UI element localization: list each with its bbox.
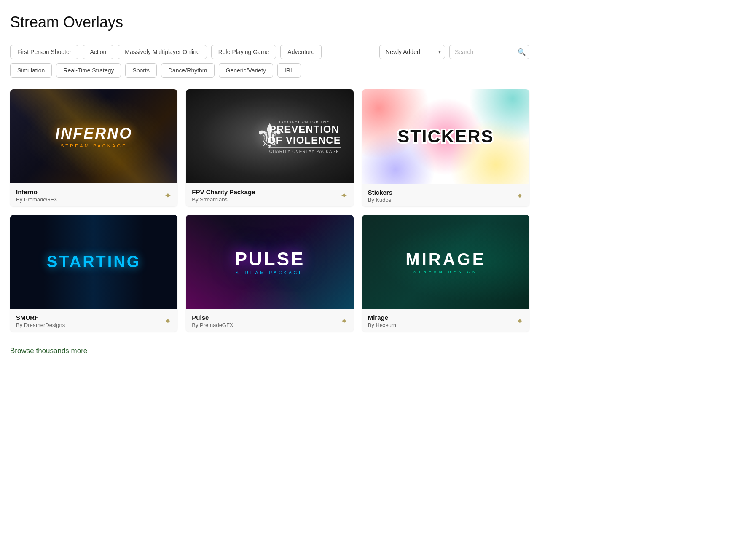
- card-pulse[interactable]: PULSE STREAM PACKAGE Pulse By PremadeGFX…: [186, 215, 353, 332]
- filter-controls: Newly Added Most Popular Top Rated Recen…: [379, 45, 529, 59]
- card-thumb-mirage: MIRAGE STREAM DESIGN: [362, 215, 529, 309]
- card-name-mirage: Mirage: [368, 314, 396, 321]
- filter-generic[interactable]: Generic/Variety: [219, 63, 273, 78]
- filter-adventure[interactable]: Adventure: [280, 45, 322, 59]
- card-info-stickers: Stickers By Kudos ✦: [362, 184, 529, 206]
- search-icon: 🔍: [518, 48, 526, 56]
- filter-row-2: Simulation Real-Time Strategy Sports Dan…: [10, 63, 529, 78]
- card-info-left-inferno: Inferno By PremadeGFX: [16, 188, 57, 203]
- card-info-left-pulse: Pulse By PremadeGFX: [192, 314, 233, 328]
- card-author-smurf: By DreamerDesigns: [16, 322, 65, 328]
- card-info-inferno: Inferno By PremadeGFX ✦: [10, 183, 177, 206]
- card-author-pulse: By PremadeGFX: [192, 322, 233, 328]
- card-author-mirage: By Hexeum: [368, 322, 396, 328]
- card-info-smurf: SMURF By DreamerDesigns ✦: [10, 309, 177, 332]
- pulse-text: PULSE STREAM PACKAGE: [235, 249, 305, 275]
- card-info-left-fpv: FPV Charity Package By Streamlabs: [192, 188, 255, 203]
- card-name-stickers: Stickers: [368, 189, 392, 196]
- filter-irl[interactable]: IRL: [277, 63, 301, 78]
- smurf-text: STARTING: [47, 253, 141, 271]
- fpv-line3: CHARITY OVERLAY PACKAGE: [268, 149, 341, 153]
- page-title: Stream Overlays: [10, 13, 529, 31]
- star-icon-fpv[interactable]: ✦: [341, 190, 348, 201]
- card-thumb-fpv: ⚜ FOUNDATION FOR THE PREVENTIONOF VIOLEN…: [186, 89, 353, 183]
- filter-row-1: First Person Shooter Action Massively Mu…: [10, 45, 529, 59]
- card-author-fpv: By Streamlabs: [192, 196, 255, 203]
- sort-select[interactable]: Newly Added Most Popular Top Rated Recen…: [379, 45, 445, 59]
- card-thumb-pulse: PULSE STREAM PACKAGE: [186, 215, 353, 309]
- card-info-pulse: Pulse By PremadeGFX ✦: [186, 309, 353, 332]
- mirage-title: MIRAGE: [405, 250, 486, 269]
- fpv-line1: FOUNDATION FOR THE: [268, 119, 341, 123]
- card-info-left-smurf: SMURF By DreamerDesigns: [16, 314, 65, 328]
- card-thumb-stickers: STICKERS: [362, 89, 529, 184]
- star-icon-pulse[interactable]: ✦: [341, 316, 348, 326]
- card-stickers[interactable]: STICKERS Stickers By Kudos ✦: [362, 89, 529, 206]
- card-fpv[interactable]: ⚜ FOUNDATION FOR THE PREVENTIONOF VIOLEN…: [186, 89, 353, 206]
- filter-rts[interactable]: Real-Time Strategy: [56, 63, 121, 78]
- pulse-title: PULSE: [235, 249, 305, 270]
- star-icon-inferno[interactable]: ✦: [164, 190, 172, 201]
- card-name-fpv: FPV Charity Package: [192, 188, 255, 196]
- filter-sports[interactable]: Sports: [125, 63, 156, 78]
- stickers-text: STICKERS: [397, 126, 494, 147]
- card-info-left-mirage: Mirage By Hexeum: [368, 314, 396, 328]
- card-author-inferno: By PremadeGFX: [16, 196, 57, 203]
- star-icon-smurf[interactable]: ✦: [164, 316, 172, 326]
- card-info-left-stickers: Stickers By Kudos: [368, 189, 392, 203]
- sort-wrapper: Newly Added Most Popular Top Rated Recen…: [379, 45, 445, 59]
- filter-simulation[interactable]: Simulation: [10, 63, 52, 78]
- card-info-fpv: FPV Charity Package By Streamlabs ✦: [186, 183, 353, 206]
- filter-dance[interactable]: Dance/Rhythm: [161, 63, 215, 78]
- filters-section: First Person Shooter Action Massively Mu…: [10, 45, 529, 78]
- card-name-pulse: Pulse: [192, 314, 233, 321]
- inferno-subtitle: STREAM PACKAGE: [55, 143, 132, 148]
- card-name-smurf: SMURF: [16, 314, 65, 321]
- card-smurf[interactable]: STARTING SMURF By DreamerDesigns ✦: [10, 215, 177, 332]
- mirage-subtitle: STREAM DESIGN: [405, 270, 486, 274]
- inferno-thumb-text: INFERNO STREAM PACKAGE: [55, 125, 132, 148]
- inferno-title: INFERNO: [55, 125, 132, 142]
- fpv-divider: [268, 147, 341, 147]
- fpv-text: FOUNDATION FOR THE PREVENTIONOF VIOLENCE…: [268, 119, 341, 153]
- star-icon-mirage[interactable]: ✦: [516, 316, 523, 326]
- cards-grid: INFERNO STREAM PACKAGE Inferno By Premad…: [10, 89, 529, 332]
- browse-thousands-link[interactable]: Browse thousands more: [10, 347, 87, 355]
- search-wrapper: 🔍: [449, 45, 529, 59]
- search-icon-btn[interactable]: 🔍: [518, 48, 526, 56]
- filter-fps[interactable]: First Person Shooter: [10, 45, 78, 59]
- filter-rpg[interactable]: Role Playing Game: [211, 45, 276, 59]
- card-author-stickers: By Kudos: [368, 197, 392, 203]
- card-thumb-inferno: INFERNO STREAM PACKAGE: [10, 89, 177, 183]
- star-icon-stickers[interactable]: ✦: [516, 191, 523, 201]
- filter-mmo[interactable]: Massively Multiplayer Online: [118, 45, 207, 59]
- card-mirage[interactable]: MIRAGE STREAM DESIGN Mirage By Hexeum ✦: [362, 215, 529, 332]
- card-name-inferno: Inferno: [16, 188, 57, 196]
- card-thumb-smurf: STARTING: [10, 215, 177, 309]
- mirage-text: MIRAGE STREAM DESIGN: [405, 250, 486, 274]
- card-inferno[interactable]: INFERNO STREAM PACKAGE Inferno By Premad…: [10, 89, 177, 206]
- filter-action[interactable]: Action: [83, 45, 113, 59]
- pulse-subtitle: STREAM PACKAGE: [235, 271, 305, 275]
- fpv-line2: PREVENTIONOF VIOLENCE: [268, 123, 341, 146]
- card-info-mirage: Mirage By Hexeum ✦: [362, 309, 529, 332]
